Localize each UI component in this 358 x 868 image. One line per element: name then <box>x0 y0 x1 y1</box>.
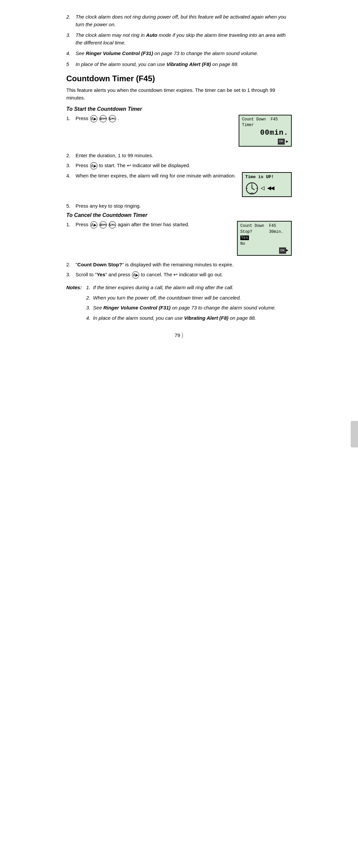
intro-item-2: 2. The clock alarm does not ring during … <box>66 13 292 28</box>
4ghi-button-1: 4GHI <box>99 115 107 122</box>
notes-list: Notes: 1. If the timer expires during a … <box>66 284 292 322</box>
cancel-step-1: 1. Press F▶ 4GHI 5JKL again Count Down F… <box>66 221 292 258</box>
page-num-decoration: ) <box>181 332 183 339</box>
side-tab <box>351 421 358 447</box>
fn-button-1: F▶ <box>90 115 97 122</box>
cancel-step-3: 3. Scroll to "Yes" and press F▶ to cance… <box>66 271 292 279</box>
start-steps: 1. Press F▶ 4GHI 5JKL . Count Down F45 T… <box>66 115 292 210</box>
start-step-4: 4. Time is UP! <box>66 172 292 199</box>
start-subheading: To Start the Countdown Timer <box>66 106 292 112</box>
cancel-subheading: To Cancel the Countdown Timer <box>66 212 292 218</box>
start-step-1: 1. Press F▶ 4GHI 5JKL . Count Down F45 T… <box>66 115 292 149</box>
section-intro: This feature alerts you when the countdo… <box>66 87 292 101</box>
5jkl-button-1: 5JKL <box>109 115 116 122</box>
note-item-2: 2. When you turn the power off, the coun… <box>66 294 292 302</box>
clock-animation-icon <box>245 182 259 195</box>
timesup-display-box: Time is UP! <box>242 172 292 197</box>
page-content: 2. The clock alarm does not ring during … <box>66 13 292 339</box>
4ghi-button-2: 4GHI <box>99 221 107 228</box>
note-item-3: 3. See Ringer Volume Control (F31) on pa… <box>66 304 292 312</box>
cancel-steps: 1. Press F▶ 4GHI 5JKL again Count Down F… <box>66 221 292 279</box>
notes-block: Notes: 1. If the timer expires during a … <box>66 284 292 322</box>
start-step-2: 2. Enter the duration, 1 to 99 minutes. <box>66 152 292 159</box>
fn-button-4: F▶ <box>132 271 139 279</box>
intro-item-5: 5 In place of the alarm sound, you can u… <box>66 61 292 68</box>
notes-intro: Notes: 1. If the timer expires during a … <box>66 284 292 291</box>
cancel-display-box: Count Down F45 Stop? 30min. Yes No OK ▶ <box>237 221 292 256</box>
start-step-3: 3. Press F▶ to start. The ↩ indicator wi… <box>66 162 292 169</box>
intro-list: 2. The clock alarm does not ring during … <box>66 13 292 68</box>
intro-item-3: 3. The clock alarm may not ring in Auto … <box>66 32 292 46</box>
start-display-box: Count Down F45 Timer 00min. OK ▶ <box>239 115 292 147</box>
5jkl-button-2: 5JKL <box>109 221 116 228</box>
note-item-4: 4. In place of the alarm sound, you can … <box>66 314 292 322</box>
cancel-step-2: 2. "Count Down Stop?" is displayed with … <box>66 261 292 269</box>
section-title: Countdown Timer (F45) <box>66 74 292 83</box>
page-number-area: 79 ) <box>66 332 292 339</box>
fn-button-3: F▶ <box>90 221 97 228</box>
start-step-5: 5. Press any key to stop ringing. <box>66 202 292 210</box>
intro-item-4: 4. See Ringer Volume Control (F31) on pa… <box>66 50 292 57</box>
page-num-text: 79 <box>175 332 180 338</box>
fn-button-2: F▶ <box>90 162 97 169</box>
